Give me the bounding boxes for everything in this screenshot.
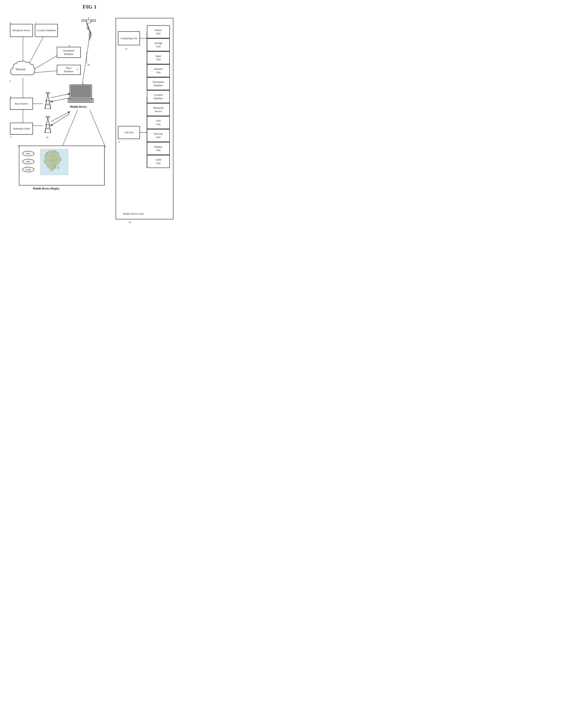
bluetooth-device-box: BlueloothDevice xyxy=(147,103,170,116)
broadcast-server-ref: 6 xyxy=(10,21,11,24)
gsm-unit-box: GSMUnit xyxy=(147,155,170,168)
storage-unit-box: StorageUnit xyxy=(147,38,170,51)
infrared-unit-label: InfraredUnit xyxy=(154,67,163,74)
network-unit-box: NetworkUnit xyxy=(147,129,170,142)
infrared-unit-box: InfraredUnit xyxy=(147,64,170,77)
place-database-label: PlaceDatabase xyxy=(64,66,74,73)
mobile-device-icon xyxy=(68,84,94,105)
display-unit-box: DisplayUnit xyxy=(147,142,170,155)
map-display xyxy=(40,149,68,175)
display-ref: 2 xyxy=(17,144,19,147)
figure-title: FIG 1 xyxy=(4,4,175,10)
svg-line-43 xyxy=(45,94,48,109)
streetname-database-left-label: StreetnameDatabase xyxy=(63,49,75,56)
stationary-node-box: Stationary Node xyxy=(10,123,33,135)
scale-button-label: Scale xyxy=(26,168,31,171)
ref-20: 20 xyxy=(87,63,90,66)
bluetooth-device-label: BlueloothDevice xyxy=(153,106,163,113)
stationary-node-label: Stationary Node xyxy=(13,127,30,130)
info-button-label: Info xyxy=(26,160,30,163)
location-database-left-label: Location Database xyxy=(37,29,56,32)
svg-rect-68 xyxy=(82,19,86,21)
broadcast-server-label: Broadcast Server xyxy=(12,29,30,32)
svg-line-13 xyxy=(51,114,70,126)
storage-unit-label: StorageUnit xyxy=(154,42,162,48)
gps-unit-label: GPSUnit xyxy=(156,119,161,126)
tower-2 xyxy=(43,116,53,134)
location-database-left-ref: 7 xyxy=(35,21,36,24)
base-station-box: Base Station xyxy=(10,98,33,110)
network-cloud: Network xyxy=(10,60,35,79)
svg-rect-75 xyxy=(71,86,90,97)
svg-line-59 xyxy=(48,118,51,133)
diagram: Broadcast Server 6 Location Database 7 N… xyxy=(4,12,175,227)
gsm-unit-label: GSMUnit xyxy=(155,158,161,165)
svg-line-15 xyxy=(90,110,105,147)
scale-button[interactable]: Scale xyxy=(22,167,34,172)
svg-line-44 xyxy=(48,94,51,109)
satellite-icon xyxy=(81,16,97,31)
location-database-right-box: LocationDatabase xyxy=(147,90,170,103)
lm-unit-label: LM Unit xyxy=(124,131,134,134)
sensor-unit-box: SensorUnit xyxy=(147,25,170,38)
mobile-device-unit-outer: Computing Unit 12 LM Unit 11 SensorUnit … xyxy=(116,18,173,220)
mobile-device-unit-ref: 10 xyxy=(129,221,131,224)
lm-unit-ref: 11 xyxy=(118,140,120,143)
svg-line-14 xyxy=(62,110,78,147)
gps-unit-box: GPSUnit xyxy=(147,116,170,129)
svg-rect-69 xyxy=(91,19,96,21)
svg-text:Network: Network xyxy=(16,68,25,71)
svg-line-58 xyxy=(45,118,48,133)
place-db-ref: 9 xyxy=(77,68,78,71)
svg-rect-67 xyxy=(87,20,91,23)
lm-unit-box: LM Unit xyxy=(118,126,140,139)
input-unit-label: InputUnit xyxy=(156,54,161,61)
mobile-display-label: Mobile Device Display xyxy=(33,187,60,190)
base-station-label: Base Station xyxy=(15,102,28,106)
svg-point-73 xyxy=(88,17,89,18)
size-button[interactable]: Size xyxy=(22,151,34,156)
streetname-database-right-box: StreetnameDatabase xyxy=(147,77,170,90)
mobile-device-unit-label: Mobile Device Unit xyxy=(123,212,144,216)
mobile-display-box: Size Info Scale xyxy=(19,145,104,185)
page: FIG 1 xyxy=(0,0,180,231)
streetname-database-left-box: StreetnameDatabase xyxy=(57,47,81,58)
satellite-waves xyxy=(84,29,94,46)
broadcast-server-box: Broadcast Server xyxy=(10,24,33,37)
sensor-unit-label: SensorUnit xyxy=(155,28,162,35)
base-station-ref: 4 xyxy=(10,95,11,98)
streetname-database-right-label: StreetnameDatabase xyxy=(152,80,164,87)
svg-line-7 xyxy=(33,71,57,73)
location-database-right-label: LocationDatabase xyxy=(154,93,163,100)
svg-line-10 xyxy=(51,94,70,98)
tower-1 xyxy=(43,92,53,111)
input-unit-box: InputUnit xyxy=(147,51,170,64)
svg-line-11 xyxy=(51,98,70,102)
display-unit-label: DisplayUnit xyxy=(154,145,162,152)
svg-rect-77 xyxy=(70,100,92,101)
display-buttons: Size Info Scale xyxy=(22,151,34,173)
location-database-left-box: Location Database xyxy=(35,24,58,37)
streetname-db-ref: 8 xyxy=(69,45,70,48)
svg-line-12 xyxy=(51,112,70,122)
svg-line-72 xyxy=(88,18,89,20)
tower-2-ref: 19 xyxy=(46,136,48,139)
mobile-device-ref: 1 xyxy=(83,82,84,85)
mobile-device-label: Mobile Device xyxy=(70,105,87,109)
network-ref: 5 xyxy=(10,80,11,83)
network-unit-label: NetworkUnit xyxy=(154,132,163,139)
computing-unit-label: Computing Unit xyxy=(121,37,138,40)
size-button-label: Size xyxy=(26,152,30,155)
computing-unit-box: Computing Unit xyxy=(118,31,140,45)
svg-line-6 xyxy=(33,56,57,70)
stationary-node-ref: 3 xyxy=(10,136,11,139)
info-button[interactable]: Info xyxy=(22,159,34,164)
computing-unit-ref: 12 xyxy=(125,47,127,50)
